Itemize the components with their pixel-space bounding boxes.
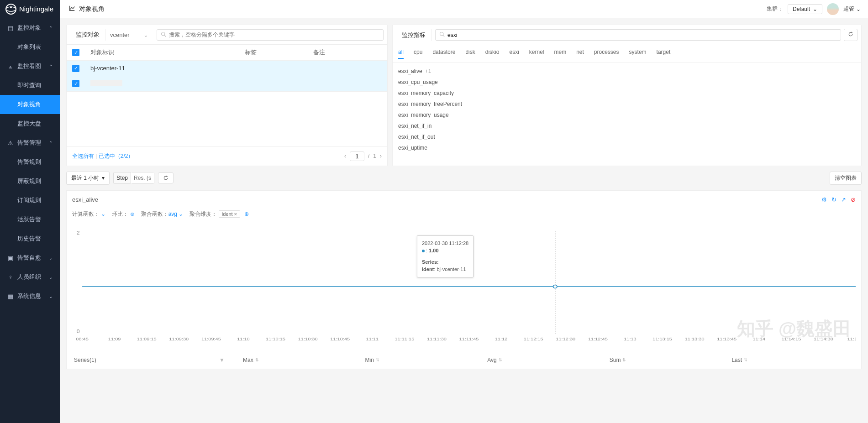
menu-group-3[interactable]: ▣告警自愈⌄	[0, 248, 60, 267]
chart-area[interactable]: 2 0 08:4511:0911:09:1511:09:3011:09:4511…	[72, 227, 856, 350]
cluster-select[interactable]: Default ⌄	[788, 4, 822, 14]
agg-dim-label: 聚合维度：	[189, 211, 217, 217]
metric-tab[interactable]: cpu	[414, 49, 422, 59]
filter-icon[interactable]: ▼	[219, 357, 225, 363]
metric-item[interactable]: esxi_alive+1	[398, 66, 856, 77]
series-col-header[interactable]: Min ⇅	[365, 357, 488, 363]
user-name[interactable]: 超管 ⌄	[843, 5, 861, 13]
metric-tab[interactable]: target	[657, 49, 671, 59]
refresh-icon[interactable]: ↻	[831, 196, 836, 203]
col-id-header[interactable]: 对象标识	[86, 48, 245, 57]
menu-item[interactable]: 对象列表	[0, 37, 60, 57]
select-all-checkbox[interactable]: ✓	[72, 49, 79, 56]
metric-tab[interactable]: datastore	[432, 49, 455, 59]
refresh-chart-button[interactable]	[158, 172, 174, 183]
row-checkbox[interactable]: ✓	[72, 65, 79, 72]
metric-tab[interactable]: diskio	[485, 49, 500, 59]
chevron-down-icon: ⌄	[49, 275, 53, 280]
chart-tooltip: 2022-03-30 11:12:28 : 1.00 Series: ident…	[417, 235, 473, 277]
series-col-header[interactable]: Last ⇅	[731, 357, 854, 363]
metrics-search-input[interactable]	[447, 32, 837, 38]
agg-fn-select[interactable]: avg ⌄	[168, 211, 184, 217]
metrics-panel: 监控指标 allcpudatastorediskdiskioesxikernel…	[392, 25, 862, 166]
objects-search[interactable]	[157, 29, 384, 41]
menu-group-1[interactable]: ⟁监控看图⌃	[0, 57, 60, 76]
menu-item[interactable]: 即时查询	[0, 76, 60, 95]
metric-tab[interactable]: mem	[554, 49, 566, 59]
object-type-select[interactable]: vcenter ⌄	[105, 30, 153, 40]
series-col-header[interactable]: Sum ⇅	[610, 357, 732, 363]
metric-tab[interactable]: all	[398, 49, 404, 59]
tag-remove-icon[interactable]: ×	[234, 211, 237, 217]
page-input[interactable]	[350, 151, 364, 161]
breadcrumb: 对象视角	[60, 5, 114, 13]
metrics-search[interactable]	[435, 29, 841, 41]
avatar[interactable]	[827, 3, 839, 15]
search-icon	[439, 31, 445, 38]
metrics-panel-head: 监控指标	[393, 25, 861, 45]
menu-group-icon: ▣	[7, 255, 14, 261]
metric-item[interactable]: esxi_memory_freePercent	[398, 99, 856, 110]
metric-tab[interactable]: net	[576, 49, 584, 59]
cursor-point	[553, 285, 558, 288]
metric-item[interactable]: esxi_cpu_usage	[398, 77, 856, 88]
menu-group-4[interactable]: ♀人员组织⌄	[0, 267, 60, 287]
share-icon[interactable]: ↗	[841, 196, 846, 203]
select-all-link[interactable]: 全选所有	[72, 153, 94, 159]
svg-text:11:11:15: 11:11:15	[395, 336, 414, 341]
series-col-header[interactable]: Avg ⇅	[487, 357, 610, 363]
sort-icon[interactable]: ⇅	[622, 358, 626, 362]
series-col-header[interactable]: Series(1)▼	[74, 357, 243, 363]
watermark: 知乎 @魏盛田	[737, 316, 851, 341]
col-tag-header[interactable]: 标签	[245, 48, 313, 57]
refresh-metrics-button[interactable]	[844, 29, 857, 41]
svg-text:11:09: 11:09	[108, 336, 121, 341]
metric-item[interactable]: esxi_net_if_out	[398, 131, 856, 142]
sort-icon[interactable]: ⇅	[499, 358, 502, 362]
page-prev[interactable]: ‹	[344, 153, 346, 159]
page-next[interactable]: ›	[380, 153, 382, 159]
sort-icon[interactable]: ⇅	[255, 358, 259, 362]
objects-panel-title: 监控对象	[70, 29, 105, 41]
objects-search-input[interactable]	[169, 31, 379, 38]
svg-line-4	[164, 35, 166, 37]
table-row[interactable]: ✓	[67, 76, 387, 92]
svg-text:11:10:15: 11:10:15	[266, 336, 285, 341]
menu-item[interactable]: 告警规则	[0, 152, 60, 172]
sort-icon[interactable]: ⇅	[376, 358, 379, 362]
menu-item[interactable]: 订阅规则	[0, 191, 60, 210]
selected-count[interactable]: 已选中（2/2）	[99, 153, 134, 159]
metric-tab[interactable]: processes	[594, 49, 619, 59]
menu-item[interactable]: 活跃告警	[0, 210, 60, 229]
agg-dim-tag[interactable]: ident×	[219, 210, 240, 218]
series-col-header[interactable]: Max ⇅	[243, 357, 365, 363]
metric-item[interactable]: esxi_uptime	[398, 142, 856, 153]
metric-tab[interactable]: esxi	[509, 49, 519, 59]
calc-fn-select[interactable]: ⌄	[101, 211, 105, 217]
menu-item[interactable]: 屏蔽规则	[0, 172, 60, 191]
settings-icon[interactable]: ⚙	[821, 196, 827, 203]
clear-chart-button[interactable]: 清空图表	[830, 172, 862, 185]
menu-group-0[interactable]: ▤监控对象⌃	[0, 18, 60, 37]
metric-tab[interactable]: system	[629, 49, 647, 59]
sort-icon[interactable]: ⇅	[744, 358, 747, 362]
menu-item[interactable]: 历史告警	[0, 229, 60, 248]
table-row[interactable]: ✓bj-vcenter-11	[67, 61, 387, 76]
metric-tab[interactable]: kernel	[529, 49, 544, 59]
time-range-select[interactable]: 最近 1 小时 ▾	[66, 172, 110, 185]
metric-item[interactable]: esxi_net_if_in	[398, 120, 856, 131]
agg-dim-add-button[interactable]: ⊕	[244, 211, 249, 217]
metric-tab[interactable]: disk	[465, 49, 475, 59]
row-checkbox[interactable]: ✓	[72, 80, 79, 87]
menu-item[interactable]: 对象视角	[0, 95, 60, 114]
chart-title: esxi_alive	[72, 196, 98, 203]
menu-group-5[interactable]: ▦系统信息⌄	[0, 287, 60, 306]
menu-item[interactable]: 监控大盘	[0, 114, 60, 133]
metric-item[interactable]: esxi_memory_usage	[398, 110, 856, 120]
step-input[interactable]	[131, 172, 154, 183]
menu-group-2[interactable]: ⚠告警管理⌃	[0, 133, 60, 152]
col-note-header[interactable]: 备注	[313, 48, 382, 57]
close-icon[interactable]: ⊘	[851, 196, 856, 203]
metric-item[interactable]: esxi_memory_capacity	[398, 88, 856, 99]
ratio-add-button[interactable]: ⊕	[130, 211, 135, 217]
